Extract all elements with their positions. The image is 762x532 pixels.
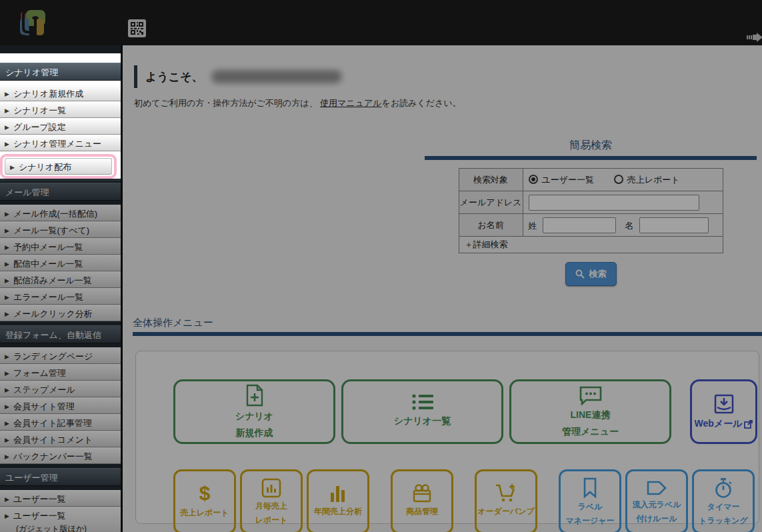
radio-unselected-icon[interactable] [614,175,623,184]
triangle-icon [5,309,13,319]
last-name-label: 姓 [529,220,537,230]
sidebar-section-user-management: ユーザー管理 [0,468,121,486]
triangle-icon [5,418,13,428]
triangle-icon [5,105,13,115]
triangle-icon [5,122,13,132]
sidebar-item-mail-list-all[interactable]: メール一覧(すべて) [0,221,121,238]
first-name-label: 名 [625,220,634,230]
manual-link[interactable]: 使用マニュアル [320,98,382,108]
detail-search-toggle[interactable]: ＋詳細検索 [459,237,723,253]
double-rule [133,332,762,336]
triangle-icon [5,451,13,461]
sidebar-item-member-site-articles[interactable]: 会員サイト記事管理 [0,414,121,431]
quick-search-table: 検索対象 ユーザー一覧 売上レポート メールアドレス お名前 姓名 ＋詳細検索 [459,168,723,253]
radio-user-list[interactable]: ユーザー一覧 [529,175,595,185]
sidebar-section-scenario-management: シナリオ管理 [0,63,121,81]
email-label: メールアドレス [459,191,523,214]
triangle-icon [5,259,13,269]
global-menu-heading: 全体操作メニュー [133,317,762,329]
monthly-chart-icon [261,478,281,498]
sidebar-item-landing-page[interactable]: ランディングページ [0,347,121,364]
sidebar-item-user-list-gadget[interactable]: ユーザー一覧(ガジェット版ほか) [0,507,121,532]
triangle-icon [10,162,19,172]
redacted-account-name [211,70,342,83]
triangle-icon [5,368,13,378]
first-name-input[interactable] [639,217,709,233]
annual-sales-analysis-button[interactable]: 年間売上分析 [307,469,369,532]
top-header-bar [0,0,762,45]
stopwatch-icon [713,477,733,499]
main-content: ようこそ、 初めてご利用の方・操作方法がご不明の方は、 使用マニュアルをお読みく… [125,45,762,532]
welcome-heading: ようこそ、 [134,65,762,88]
line-integration-button[interactable]: LINE連携 管理メニュー [509,379,671,444]
sidebar-item-member-site-management[interactable]: 会員サイト管理 [0,397,121,414]
sidebar-item-error-mail-list[interactable]: エラーメール一覧 [0,288,121,305]
qr-code-icon[interactable] [128,19,146,37]
expand-arrow-icon[interactable] [747,31,762,43]
sidebar-item-scenario-distribution[interactable]: シナリオ配布 [5,158,112,175]
timer-tracking-button[interactable]: タイマー トラッキング [692,469,755,532]
bookmark-icon [582,477,598,499]
sidebar-item-sending-mail-list[interactable]: 配信中メール一覧 [0,255,121,271]
tutorial-highlight-ring: シナリオ配布 [0,154,117,179]
sidebar-item-form-management[interactable]: フォーム管理 [0,364,121,381]
app-logo-icon[interactable] [18,8,47,37]
triangle-icon [5,494,13,504]
source-label-rule-button[interactable]: 流入元ラベル 付けルール [625,469,688,532]
sidebar-item-scenario-new[interactable]: シナリオ新規作成 [0,85,121,101]
search-button[interactable]: 検索 [565,262,617,286]
sidebar: シナリオ管理 シナリオ新規作成 シナリオ一覧 グループ設定 シナリオ管理メニュー… [0,45,123,532]
tag-icon [646,479,667,497]
triangle-icon [5,89,13,99]
sidebar-item-step-mail[interactable]: ステップメール [0,381,121,397]
double-rule [425,156,757,160]
triangle-icon [5,139,13,149]
email-input[interactable] [529,195,699,211]
list-icon [411,393,434,411]
sidebar-item-user-list[interactable]: ユーザー一覧 [0,490,121,507]
radio-selected-icon[interactable] [529,175,538,184]
search-icon [575,269,585,279]
sidebar-item-scenario-admin-menu[interactable]: シナリオ管理メニュー [0,135,121,151]
search-target-label: 検索対象 [459,169,523,191]
last-name-input[interactable] [543,217,616,233]
sales-report-button[interactable]: $ 売上レポート [173,469,236,532]
sidebar-item-sent-mail-list[interactable]: 配信済みメール一覧 [0,271,121,288]
sidebar-item-backnumber-list[interactable]: バックナンバー一覧 [0,447,121,464]
global-menu-panel: シナリオ 新規作成 シナリオ一覧 LINE連携 管理メニュー Webメール $ … [135,351,759,524]
triangle-icon [5,275,13,285]
webmail-button[interactable]: Webメール [690,379,757,444]
sidebar-item-reserved-mail-list[interactable]: 予約中メール一覧 [0,238,121,255]
sidebar-item-mail-click-analysis[interactable]: メールクリック分析 [0,305,121,321]
label-manager-button[interactable]: ラベル マネージャー [559,469,621,532]
sidebar-item-group-settings[interactable]: グループ設定 [0,118,121,135]
sidebar-section-mail-management: メール管理 [0,183,121,201]
tutorial-spotlight-area: シナリオ管理 シナリオ新規作成 シナリオ一覧 グループ設定 シナリオ管理メニュー… [0,53,121,179]
triangle-icon [5,292,13,302]
radio-sales-report[interactable]: 売上レポート [614,175,680,185]
welcome-greeting: ようこそ、 [145,69,203,85]
cart-plus-icon [495,483,517,503]
triangle-icon [5,385,13,395]
quick-search-panel: 簡易検索 検索対象 ユーザー一覧 売上レポート メールアドレス お名前 姓名 [425,139,757,286]
triangle-icon [5,242,13,252]
triangle-icon [5,209,13,219]
order-bump-button[interactable]: オーダーバンプ [475,469,537,532]
svg-text:$: $ [199,482,211,504]
sidebar-item-scenario-list[interactable]: シナリオ一覧 [0,101,121,118]
sidebar-item-mail-create[interactable]: メール作成(一括配信) [0,205,121,221]
file-plus-icon [245,384,264,407]
external-link-icon [744,420,753,429]
chat-bubble-icon [579,385,603,405]
triangle-icon [5,351,13,361]
sidebar-item-member-site-comments[interactable]: 会員サイトコメント [0,431,121,447]
scenario-new-button[interactable]: シナリオ 新規作成 [173,379,335,444]
notice-suffix: をお読みください。 [382,98,461,108]
manual-notice: 初めてご利用の方・操作方法がご不明の方は、 使用マニュアルをお読みください。 [134,97,762,109]
product-management-button[interactable]: 商品管理 [391,469,453,532]
monthly-sales-report-button[interactable]: 月毎売上 レポート [240,469,303,532]
scenario-list-button[interactable]: シナリオ一覧 [341,379,503,444]
sidebar-section-forms-autoreply: 登録フォーム、自動返信 [0,325,121,343]
dollar-icon: $ [198,482,211,505]
triangle-icon [5,401,13,411]
